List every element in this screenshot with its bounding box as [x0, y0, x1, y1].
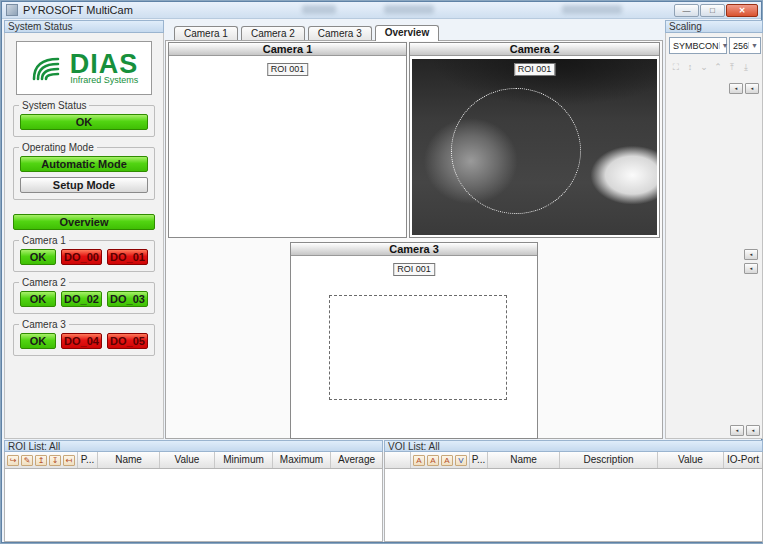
dias-swoosh-icon [30, 51, 64, 85]
camera2-do02-indicator[interactable]: DO_02 [61, 291, 102, 307]
tab-overview[interactable]: Overview [375, 25, 439, 41]
camera-tabs: Camera 1 Camera 2 Camera 3 Overview [174, 26, 442, 41]
voi-add-icon[interactable]: A [413, 455, 425, 466]
setup-mode-button[interactable]: Setup Mode [20, 177, 148, 193]
titlebar-background-blur [562, 5, 622, 14]
overview-button[interactable]: Overview [13, 214, 155, 230]
roi-col-average[interactable]: Average [331, 452, 382, 468]
roi-col-name[interactable]: Name [98, 452, 160, 468]
tab-camera-2[interactable]: Camera 2 [241, 26, 305, 40]
window-title: PYROSOFT MultiCam [23, 4, 133, 16]
palette-dropdown[interactable]: SYMBCON ▼ [669, 37, 727, 54]
voi-list-column-header: A A A V P... Name Description Value IO-P… [384, 452, 763, 469]
scale-edit-icon[interactable]: ⛶ [671, 62, 681, 73]
camera3-ok-indicator[interactable]: OK [20, 333, 56, 349]
camera2-view-title: Camera 2 [410, 43, 659, 56]
range-upper-spinner-button[interactable]: ◂ [744, 249, 758, 260]
scale-spinner-left-button[interactable]: ◂ [729, 83, 743, 94]
camera2-do03-indicator[interactable]: DO_03 [107, 291, 148, 307]
levels-dropdown-value: 256 [733, 41, 748, 51]
bottom-spinner-right-button[interactable]: ◂ [746, 425, 760, 436]
title-bar: PYROSOFT MultiCam — □ ✕ [2, 2, 761, 19]
voi-list-header: VOI List: All [384, 440, 763, 452]
voi-list-toolbar: A A A V [411, 452, 470, 468]
voi-list-body[interactable] [384, 469, 763, 542]
camera3-group-label: Camera 3 [19, 319, 69, 330]
roi-edit-icon[interactable]: ✎ [21, 455, 33, 466]
voi-col-description[interactable]: Description [560, 452, 658, 468]
titlebar-background-blur [302, 5, 336, 14]
camera3-do04-indicator[interactable]: DO_04 [61, 333, 102, 349]
camera1-view-title: Camera 1 [169, 43, 406, 56]
levels-dropdown[interactable]: 256 ▼ [729, 37, 761, 54]
system-status-group-label: System Status [19, 100, 89, 111]
system-status-group: System Status OK [13, 105, 155, 137]
camera2-thermal-image[interactable]: ROI 001 [412, 59, 657, 235]
camera2-status-group: Camera 2 OK DO_02 DO_03 [13, 282, 155, 314]
roi-delete-icon[interactable]: ↤ [63, 455, 75, 466]
camera1-ok-indicator[interactable]: OK [20, 249, 56, 265]
camera3-view[interactable]: Camera 3 ROI 001 [290, 242, 538, 439]
palette-dropdown-value: SYMBCON [673, 41, 719, 51]
camera3-status-group: Camera 3 OK DO_04 DO_05 [13, 324, 155, 356]
camera1-do01-indicator[interactable]: DO_01 [107, 249, 148, 265]
automatic-mode-button[interactable]: Automatic Mode [20, 156, 148, 172]
scale-spinner-right-button[interactable]: ◂ [745, 83, 759, 94]
bottom-spinner-left-button[interactable]: ◂ [730, 425, 744, 436]
camera1-roi-rectangle[interactable] [187, 89, 392, 219]
camera1-view[interactable]: Camera 1 ROI 001 [168, 42, 407, 238]
minimize-button[interactable]: — [674, 4, 699, 17]
voi-list-icon[interactable]: A [441, 455, 453, 466]
voi-list-indent [385, 452, 411, 468]
roi-list-panel: ROI List: All ↪ ✎ ↥ ↧ ↤ P... Name Value … [4, 440, 383, 543]
roi-col-p[interactable]: P... [78, 452, 98, 468]
camera2-roi-label: ROI 001 [514, 63, 556, 76]
camera1-group-label: Camera 1 [19, 235, 69, 246]
scale-upper-limit-icon[interactable]: ⤒ [727, 62, 737, 73]
roi-col-minimum[interactable]: Minimum [215, 452, 273, 468]
camera2-roi-circle[interactable] [451, 88, 581, 214]
scaling-panel: Scaling SYMBCON ▼ 256 ▼ ⛶ ↕ ⌄ ⌃ ⤒ ⤓ [665, 20, 763, 440]
roi-list-body[interactable] [4, 469, 383, 542]
camera2-ok-indicator[interactable]: OK [20, 291, 56, 307]
voi-col-p[interactable]: P... [470, 452, 488, 468]
range-lower-spinner-button[interactable]: ◂ [744, 263, 758, 274]
tab-camera-1[interactable]: Camera 1 [174, 26, 238, 40]
camera2-group-label: Camera 2 [19, 277, 69, 288]
scale-updown-icon[interactable]: ↕ [685, 62, 695, 73]
system-status-ok-indicator[interactable]: OK [20, 114, 148, 130]
roi-list-toolbar: ↪ ✎ ↥ ↧ ↤ [5, 452, 78, 468]
close-button[interactable]: ✕ [726, 4, 758, 17]
camera1-thermal-image[interactable]: ROI 001 [171, 59, 404, 235]
system-status-panel: System Status DIAS Infrared Systems [4, 20, 164, 440]
roi-move-up-icon[interactable]: ↥ [35, 455, 47, 466]
camera1-do00-indicator[interactable]: DO_00 [61, 249, 102, 265]
camera2-view[interactable]: Camera 2 ROI 001 [409, 42, 660, 238]
system-status-panel-header: System Status [4, 20, 164, 33]
scale-max-icon[interactable]: ⌃ [713, 62, 723, 73]
camera3-thermal-image[interactable]: ROI 001 [293, 259, 535, 436]
camera3-view-title: Camera 3 [291, 243, 537, 256]
voi-col-name[interactable]: Name [488, 452, 560, 468]
roi-col-maximum[interactable]: Maximum [273, 452, 331, 468]
voi-value-icon[interactable]: V [455, 455, 467, 466]
voi-col-value[interactable]: Value [658, 452, 724, 468]
roi-move-down-icon[interactable]: ↧ [49, 455, 61, 466]
scaling-toolbar: ⛶ ↕ ⌄ ⌃ ⤒ ⤓ [669, 62, 759, 73]
voi-list-panel: VOI List: All A A A V P... Name Descript… [384, 440, 763, 543]
scale-min-icon[interactable]: ⌄ [699, 62, 709, 73]
camera3-do05-indicator[interactable]: DO_05 [107, 333, 148, 349]
logo-subtitle-text: Infrared Systems [70, 75, 139, 85]
camera3-roi-rectangle[interactable] [329, 295, 507, 400]
tab-camera-3[interactable]: Camera 3 [308, 26, 372, 40]
voi-col-ioport[interactable]: IO-Port [724, 452, 762, 468]
roi-col-value[interactable]: Value [160, 452, 215, 468]
roi-add-icon[interactable]: ↪ [7, 455, 19, 466]
app-icon [6, 4, 18, 16]
voi-edit-icon[interactable]: A [427, 455, 439, 466]
scaling-panel-header: Scaling [665, 20, 763, 33]
operating-mode-group: Operating Mode Automatic Mode Setup Mode [13, 147, 155, 200]
chevron-down-icon[interactable]: ▼ [748, 42, 760, 49]
maximize-button[interactable]: □ [700, 4, 725, 17]
scale-lower-limit-icon[interactable]: ⤓ [741, 62, 751, 73]
